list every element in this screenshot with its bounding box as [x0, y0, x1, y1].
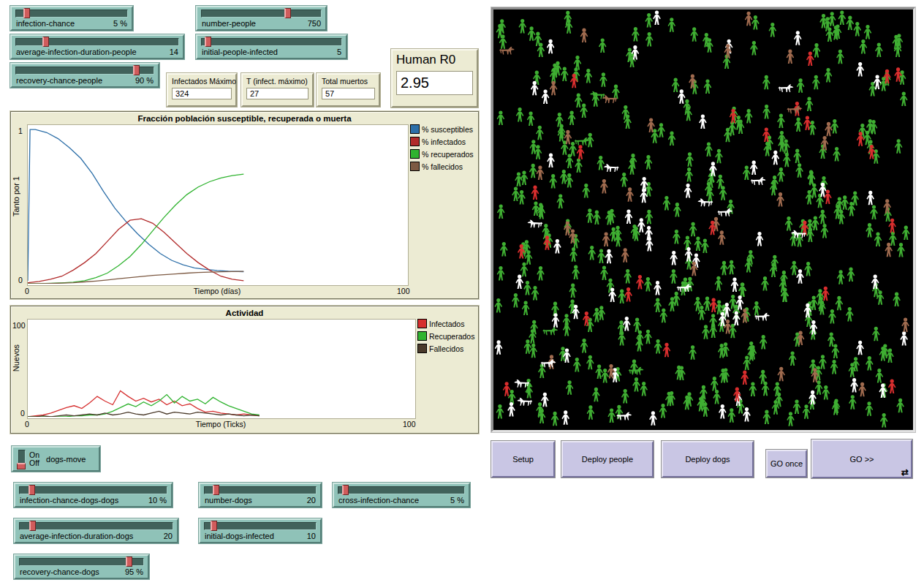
- slider-value: 14: [170, 48, 178, 56]
- go-once-button[interactable]: GO once: [766, 450, 807, 478]
- slider-handle[interactable]: [211, 521, 217, 531]
- recovered-person: [597, 249, 605, 264]
- slider-track[interactable]: [15, 10, 128, 18]
- recovered-person: [585, 69, 593, 83]
- slider-track[interactable]: [338, 486, 465, 494]
- slider-track[interactable]: [204, 486, 317, 494]
- recovered-person: [762, 105, 770, 119]
- recovered-person: [537, 43, 545, 58]
- recovered-person: [713, 390, 721, 404]
- plot-actividad: Actividad 100 0 Nuevos 0 100 Tiempo (Tic…: [10, 306, 479, 434]
- x-axis-label: Tiempo (días): [27, 287, 407, 295]
- dead-person: [600, 179, 608, 194]
- slider-track[interactable]: [19, 486, 167, 494]
- slider-track[interactable]: [15, 67, 154, 75]
- slider-initial-dogs-infected[interactable]: initial-dogs-infected10: [199, 518, 322, 543]
- legend-item: % fallecidos: [410, 162, 474, 171]
- deploy-people-button[interactable]: Deploy people: [561, 441, 654, 478]
- slider-track[interactable]: [15, 38, 179, 46]
- deploy-dogs-button[interactable]: Deploy dogs: [662, 441, 754, 478]
- recovered-person: [628, 160, 636, 175]
- slider-average-infection-duration-dogs[interactable]: average-infection-duration-dogs20: [14, 518, 178, 543]
- infected-person: [824, 189, 832, 204]
- slider-average-infection-duration-people[interactable]: average-infection-duration-people14: [10, 34, 184, 59]
- slider-handle[interactable]: [213, 485, 219, 495]
- monitor-value: 324: [172, 88, 232, 99]
- slider-handle[interactable]: [23, 8, 30, 18]
- slider-handle[interactable]: [342, 485, 349, 495]
- setup-button[interactable]: Setup: [491, 441, 555, 478]
- slider-value: 20: [307, 496, 316, 505]
- recovered-person: [895, 139, 903, 154]
- switch-track[interactable]: [18, 450, 26, 469]
- slider-handle[interactable]: [205, 37, 211, 47]
- slider-handle[interactable]: [126, 556, 132, 567]
- recovered-person: [496, 404, 504, 419]
- slider-handle[interactable]: [284, 8, 291, 18]
- slider-recovery-chance-dogs[interactable]: recovery-chance-dogs95 %: [14, 554, 149, 579]
- recovered-person: [672, 78, 680, 93]
- recovered-person: [586, 208, 594, 223]
- recovered-person: [815, 380, 823, 395]
- slider-track[interactable]: [204, 522, 317, 530]
- slider-handle[interactable]: [29, 485, 35, 495]
- slider-number-dogs[interactable]: number-dogs20: [199, 483, 322, 507]
- susceptible-person: [531, 81, 539, 96]
- susceptible-person: [772, 151, 780, 165]
- infected-person: [868, 145, 876, 159]
- slider-infection-chance[interactable]: infection-chance5 %: [10, 6, 133, 31]
- recovered-person: [660, 309, 668, 323]
- switch-dogs-move[interactable]: On Off dogs-move: [12, 446, 100, 472]
- susceptible-dog: [751, 177, 766, 185]
- slider-initial-people-infected[interactable]: initial-people-infected5: [196, 34, 347, 59]
- recovered-person: [753, 301, 761, 316]
- dead-person: [883, 199, 891, 214]
- recovered-person: [518, 190, 526, 205]
- susceptible-person: [732, 311, 741, 325]
- recovered-person: [720, 261, 728, 276]
- recovered-person: [841, 195, 849, 210]
- world-view[interactable]: [491, 7, 915, 432]
- plot-fraccion-poblacion: Fracción población susceptible, recupera…: [10, 111, 479, 299]
- y-axis-label: Nuevos: [12, 344, 20, 371]
- slider-track[interactable]: [19, 522, 173, 530]
- susceptible-person: [684, 184, 692, 198]
- recovered-person: [874, 233, 882, 247]
- recovered-person: [663, 196, 671, 211]
- recovered-person: [793, 149, 801, 164]
- go-forever-button[interactable]: GO >> ⇄: [811, 439, 912, 478]
- recovered-person: [797, 78, 805, 93]
- slider-number-people[interactable]: number-people750: [196, 6, 327, 31]
- legend-swatch: [417, 344, 427, 353]
- slider-handle[interactable]: [29, 521, 36, 531]
- recovered-person: [819, 210, 827, 224]
- recovered-person: [838, 11, 847, 26]
- recovered-person: [803, 404, 811, 419]
- dead-person: [858, 382, 866, 397]
- recovered-person: [673, 230, 681, 244]
- button-label: GO >>: [849, 455, 874, 464]
- susceptible-person: [542, 90, 550, 105]
- slider-handle[interactable]: [133, 65, 140, 75]
- recovered-person: [743, 166, 751, 181]
- y-tick-min: 0: [18, 276, 23, 284]
- slider-handle[interactable]: [42, 37, 49, 47]
- recovered-person: [859, 124, 867, 138]
- recovered-person: [500, 242, 508, 257]
- recovered-person: [640, 382, 648, 396]
- recovered-person: [828, 333, 836, 347]
- switch-handle[interactable]: [17, 463, 26, 469]
- slider-track[interactable]: [201, 10, 322, 18]
- slider-label: average-infection-duration-people: [16, 48, 137, 56]
- slider-cross-infection-chance[interactable]: cross-infection-chance5 %: [333, 483, 470, 507]
- slider-track[interactable]: [201, 38, 342, 46]
- recovered-person: [670, 269, 678, 284]
- recovered-person: [897, 243, 905, 257]
- slider-recovery-chance-people[interactable]: recovery-chance-people90 %: [10, 63, 159, 88]
- slider-track[interactable]: [19, 558, 144, 566]
- recovered-person: [520, 171, 529, 186]
- slider-infection-chance-dogs-dogs[interactable]: infection-chance-dogs-dogs10 %: [14, 483, 173, 507]
- recovered-person: [763, 410, 771, 425]
- recovered-person: [495, 298, 503, 313]
- infected-person: [741, 371, 749, 385]
